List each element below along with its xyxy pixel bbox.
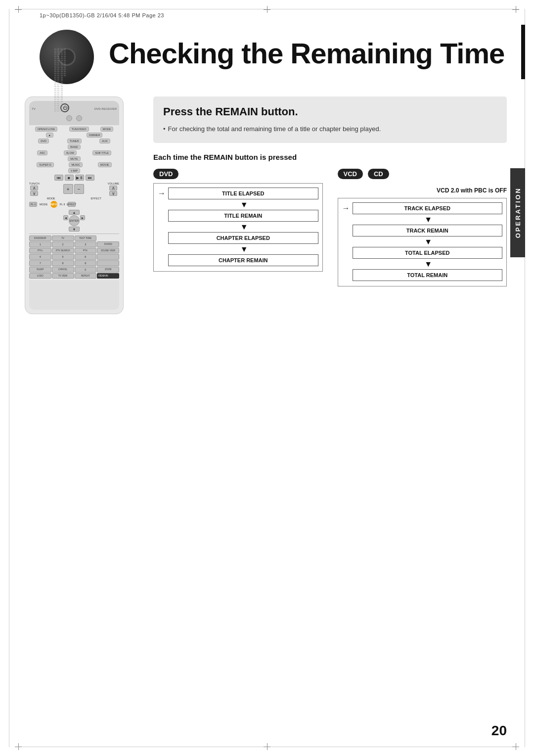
mode-label2: MODE [40, 203, 48, 206]
dvd-label-4: CHAPTER REMAIN [168, 254, 318, 266]
movie-button[interactable]: MOVIE [98, 162, 112, 167]
btn-9[interactable]: 9 [75, 260, 97, 266]
aux-button[interactable]: AUX [99, 139, 110, 143]
page-title: Checking the Remaining Time [109, 37, 504, 70]
btn-0[interactable]: 0 [75, 267, 97, 273]
vol-down-btn2[interactable]: ∨ [109, 191, 117, 196]
vcd-arrow-1: → [342, 204, 350, 213]
btn-6[interactable]: 6 [75, 254, 97, 260]
vcd-label-1: TRACK ELAPSED [353, 202, 503, 214]
vcd-flow-column: VCD CD VCD 2.0 with PBC is OFF → TRACK E… [338, 169, 507, 286]
btn-2[interactable]: 2 [52, 241, 74, 247]
bullet-point: • [163, 125, 166, 133]
pl-ii-label: PL II [60, 203, 65, 206]
dvd-flow-item-4: → CHAPTER REMAIN [158, 254, 318, 266]
next-button[interactable]: ⏭ [86, 175, 94, 181]
btn-repeat[interactable]: REPEAT [75, 273, 97, 279]
btn-sound[interactable]: SOUND [97, 241, 119, 247]
pl-ii-right-button[interactable]: EFFECT [68, 202, 76, 207]
vcd-label-2: TRACK REMAIN [353, 225, 503, 236]
prev-button[interactable]: ⏮ [54, 175, 63, 181]
crosshair-top-right [512, 6, 519, 13]
mode-effect-row: MODE EFFECT [29, 197, 119, 200]
effect-button[interactable]: + [63, 184, 73, 194]
super-d-button[interactable]: SUPER D [37, 162, 53, 167]
eject-button[interactable]: ▲ [46, 133, 53, 138]
btn-3[interactable]: 3 [75, 241, 97, 247]
play-pause-button[interactable]: ▶⏸ [75, 175, 84, 181]
btn-sleep[interactable]: SLEEP [29, 267, 51, 273]
btn-blank6 [97, 254, 119, 260]
tune-up-button[interactable]: ∧ [30, 186, 38, 190]
super-d-row: SUPER D MUSIC MOVIE [29, 162, 119, 167]
dvd-label-3: CHAPTER ELAPSED [168, 232, 318, 244]
nav-down-button[interactable]: ▼ [69, 227, 80, 232]
btn-8[interactable]: 8 [52, 260, 74, 266]
operation-label: OPERATION [514, 187, 522, 238]
dvd-label-2: TITLE REMAIN [168, 210, 318, 222]
remain-button[interactable]: REMAIN [97, 273, 119, 279]
vimp-button[interactable]: V.IMP [68, 168, 80, 173]
dvd-button[interactable]: DVD [38, 139, 49, 143]
tun-video-button[interactable]: TUN/VIDEO [69, 127, 89, 132]
indicator-right [76, 115, 82, 121]
vcd-flow-box: → TRACK ELAPSED ▼ → TRACK REMAIN ▼ → TOT… [338, 198, 507, 286]
btn-zoom[interactable]: ZOOM [97, 267, 119, 273]
mute-button[interactable]: MUTE [68, 156, 81, 161]
cd-badge: CD [368, 169, 389, 179]
slow-button[interactable]: SLOW [64, 150, 77, 155]
crosshair-center-top [264, 6, 270, 13]
btn-5[interactable]: 5 [52, 254, 74, 260]
pl-ii-left-button[interactable]: PL II [29, 202, 37, 207]
divider [29, 234, 119, 234]
btn-search[interactable]: PTV SEARCH [52, 248, 74, 253]
numpad: IDS/DSR/0F TV TEST TONE 1 2 3 SOUND PTV+… [29, 236, 119, 279]
press-remain-box: Press the REMAIN button. •For checking t… [153, 96, 507, 143]
dvd-flow-box: → TITLE ELAPSED ▼ → TITLE REMAIN ▼ → CHA… [153, 183, 323, 272]
btn-cancel[interactable]: CANCEL [52, 267, 74, 273]
btn-tv-view[interactable]: TV VIEW [52, 273, 74, 279]
btn-4[interactable]: 4 [29, 254, 51, 260]
volume-column: VOLUME ∧ ∨ [108, 182, 119, 196]
btn-1[interactable]: 1 [29, 241, 51, 247]
tune-down-button[interactable]: ∨ [30, 191, 38, 196]
open-close-button[interactable]: OPEN/CLOSE [35, 127, 58, 132]
nav-up-button[interactable]: ▲ [69, 210, 80, 215]
dimmer-button[interactable]: DIMMER [87, 133, 102, 138]
flow-diagrams: DVD → TITLE ELAPSED ▼ → TITLE REMAIN ▼ [153, 169, 507, 286]
vol-down-button[interactable]: − [74, 184, 84, 194]
page-number: 20 [491, 723, 507, 739]
band-button[interactable]: BAND [68, 144, 80, 149]
vcd-down-arrow-2: ▼ [355, 237, 503, 246]
info-button[interactable]: INFO [50, 201, 57, 208]
btn-7[interactable]: 7 [29, 260, 51, 266]
subtitle-button[interactable]: SUB TITLE [92, 150, 111, 155]
eject-row: ▲ DIMMER [29, 133, 119, 138]
tuner-button[interactable]: TUNER [67, 139, 82, 143]
btn-sound-view[interactable]: SOUND VIEW [97, 248, 119, 253]
main-content: TV ⏻ DVD RECEIVER OPEN/CLOSE TUN/VIDEO M… [25, 96, 507, 314]
remote-control: TV ⏻ DVD RECEIVER OPEN/CLOSE TUN/VIDEO M… [25, 96, 124, 314]
mode-button[interactable]: MODE [100, 127, 114, 132]
effect-label: EFFECT [91, 197, 101, 200]
mode-label: MODE [47, 197, 55, 200]
vcd-badge: VCD [338, 169, 363, 179]
crosshair-bottom-right [512, 743, 519, 750]
volume-label: VOLUME [108, 182, 119, 185]
nav-left-button[interactable]: ◄ [63, 215, 68, 220]
remote-section: TV ⏻ DVD RECEIVER OPEN/CLOSE TUN/VIDEO M… [25, 96, 138, 314]
vcd-note: VCD 2.0 with PBC is OFF [338, 187, 507, 194]
each-time-section: Each time the REMAIN button is pressed D… [153, 153, 507, 286]
page-border-right [525, 9, 525, 747]
btn-logo[interactable]: LOGO [29, 273, 51, 279]
btn-test: TEST TONE [75, 236, 97, 241]
dvd-flow-column: DVD → TITLE ELAPSED ▼ → TITLE REMAIN ▼ [153, 169, 323, 286]
stop-button[interactable]: ■ [65, 175, 74, 181]
nav-right-button[interactable]: ► [80, 215, 85, 220]
vol-up-button[interactable]: ∧ [109, 186, 117, 190]
music-button[interactable]: MUSIC [69, 162, 83, 167]
enter-button[interactable]: ENTER [69, 215, 80, 226]
asc-button[interactable]: ASC [37, 150, 47, 155]
remote-bottom-area [29, 280, 119, 310]
dvd-down-arrow-3: ▼ [170, 245, 318, 254]
